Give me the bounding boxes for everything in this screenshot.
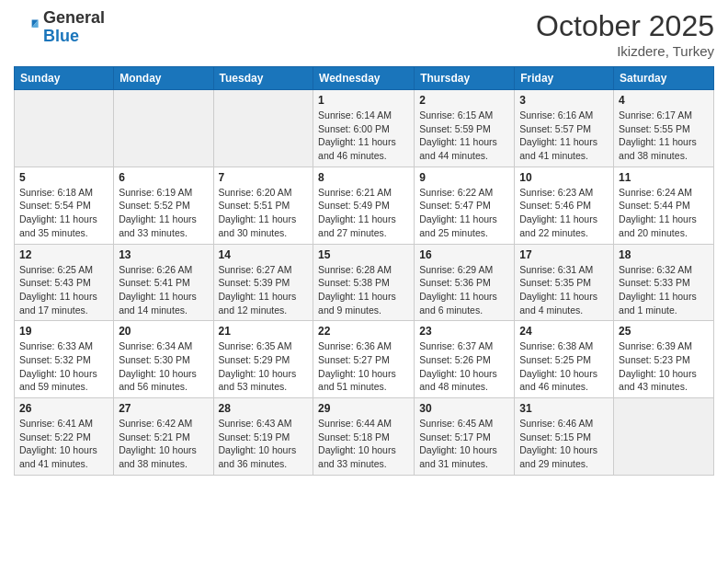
day-info: Sunrise: 6:32 AMSunset: 5:33 PMDaylight:… bbox=[619, 263, 709, 317]
day-info: Sunrise: 6:45 AMSunset: 5:17 PMDaylight:… bbox=[419, 417, 509, 471]
calendar-week-row: 19Sunrise: 6:33 AMSunset: 5:32 PMDayligh… bbox=[15, 321, 714, 398]
day-number: 5 bbox=[19, 171, 108, 184]
table-row: 11Sunrise: 6:24 AMSunset: 5:44 PMDayligh… bbox=[614, 167, 714, 244]
logo-icon bbox=[14, 15, 40, 40]
day-number: 1 bbox=[318, 94, 409, 107]
header: General Blue October 2025 Ikizdere, Turk… bbox=[14, 9, 714, 59]
location-subtitle: Ikizdere, Turkey bbox=[536, 43, 714, 59]
table-row: 12Sunrise: 6:25 AMSunset: 5:43 PMDayligh… bbox=[15, 244, 114, 321]
day-number: 23 bbox=[419, 325, 509, 338]
day-number: 17 bbox=[519, 248, 609, 261]
col-saturday: Saturday bbox=[614, 67, 714, 90]
day-info: Sunrise: 6:25 AMSunset: 5:43 PMDaylight:… bbox=[19, 263, 108, 317]
table-row: 28Sunrise: 6:43 AMSunset: 5:19 PMDayligh… bbox=[213, 398, 313, 476]
day-info: Sunrise: 6:16 AMSunset: 5:57 PMDaylight:… bbox=[519, 109, 609, 163]
day-number: 30 bbox=[419, 402, 509, 415]
day-info: Sunrise: 6:37 AMSunset: 5:26 PMDaylight:… bbox=[419, 339, 509, 394]
table-row: 16Sunrise: 6:29 AMSunset: 5:36 PMDayligh… bbox=[415, 244, 515, 321]
day-info: Sunrise: 6:38 AMSunset: 5:25 PMDaylight:… bbox=[519, 339, 609, 394]
day-info: Sunrise: 6:24 AMSunset: 5:44 PMDaylight:… bbox=[619, 186, 709, 240]
table-row: 10Sunrise: 6:23 AMSunset: 5:46 PMDayligh… bbox=[515, 167, 614, 244]
day-number: 19 bbox=[19, 325, 108, 338]
day-number: 9 bbox=[419, 171, 509, 184]
day-number: 22 bbox=[318, 325, 409, 338]
day-info: Sunrise: 6:34 AMSunset: 5:30 PMDaylight:… bbox=[119, 339, 208, 394]
table-row: 24Sunrise: 6:38 AMSunset: 5:25 PMDayligh… bbox=[515, 321, 614, 398]
col-friday: Friday bbox=[515, 67, 614, 90]
table-row: 4Sunrise: 6:17 AMSunset: 5:55 PMDaylight… bbox=[614, 90, 714, 167]
day-info: Sunrise: 6:19 AMSunset: 5:52 PMDaylight:… bbox=[119, 186, 208, 240]
day-number: 7 bbox=[219, 171, 309, 184]
table-row bbox=[15, 90, 114, 167]
table-row: 20Sunrise: 6:34 AMSunset: 5:30 PMDayligh… bbox=[114, 321, 213, 398]
day-info: Sunrise: 6:27 AMSunset: 5:39 PMDaylight:… bbox=[219, 263, 309, 317]
title-block: October 2025 Ikizdere, Turkey bbox=[536, 9, 714, 59]
table-row: 23Sunrise: 6:37 AMSunset: 5:26 PMDayligh… bbox=[415, 321, 515, 398]
day-info: Sunrise: 6:39 AMSunset: 5:23 PMDaylight:… bbox=[619, 339, 709, 394]
day-info: Sunrise: 6:29 AMSunset: 5:36 PMDaylight:… bbox=[419, 263, 509, 317]
day-info: Sunrise: 6:28 AMSunset: 5:38 PMDaylight:… bbox=[318, 263, 409, 317]
day-info: Sunrise: 6:43 AMSunset: 5:19 PMDaylight:… bbox=[219, 417, 309, 471]
table-row: 9Sunrise: 6:22 AMSunset: 5:47 PMDaylight… bbox=[415, 167, 515, 244]
day-number: 8 bbox=[318, 171, 409, 184]
table-row: 3Sunrise: 6:16 AMSunset: 5:57 PMDaylight… bbox=[515, 90, 614, 167]
day-number: 11 bbox=[619, 171, 709, 184]
day-number: 24 bbox=[519, 325, 609, 338]
day-info: Sunrise: 6:18 AMSunset: 5:54 PMDaylight:… bbox=[19, 186, 108, 240]
day-number: 28 bbox=[219, 402, 309, 415]
day-number: 26 bbox=[19, 402, 108, 415]
col-monday: Monday bbox=[114, 67, 213, 90]
day-number: 16 bbox=[419, 248, 509, 261]
table-row: 22Sunrise: 6:36 AMSunset: 5:27 PMDayligh… bbox=[313, 321, 415, 398]
day-number: 31 bbox=[519, 402, 609, 415]
logo-blue: Blue bbox=[43, 27, 79, 45]
table-row: 13Sunrise: 6:26 AMSunset: 5:41 PMDayligh… bbox=[114, 244, 213, 321]
day-info: Sunrise: 6:21 AMSunset: 5:49 PMDaylight:… bbox=[318, 186, 409, 240]
table-row: 14Sunrise: 6:27 AMSunset: 5:39 PMDayligh… bbox=[213, 244, 313, 321]
day-info: Sunrise: 6:23 AMSunset: 5:46 PMDaylight:… bbox=[519, 186, 609, 240]
day-number: 14 bbox=[219, 248, 309, 261]
day-info: Sunrise: 6:14 AMSunset: 6:00 PMDaylight:… bbox=[318, 109, 409, 163]
day-number: 15 bbox=[318, 248, 409, 261]
table-row: 25Sunrise: 6:39 AMSunset: 5:23 PMDayligh… bbox=[614, 321, 714, 398]
day-info: Sunrise: 6:17 AMSunset: 5:55 PMDaylight:… bbox=[619, 109, 709, 163]
day-info: Sunrise: 6:44 AMSunset: 5:18 PMDaylight:… bbox=[318, 417, 409, 471]
day-info: Sunrise: 6:36 AMSunset: 5:27 PMDaylight:… bbox=[318, 339, 409, 394]
table-row: 1Sunrise: 6:14 AMSunset: 6:00 PMDaylight… bbox=[313, 90, 415, 167]
month-title: October 2025 bbox=[536, 9, 714, 43]
calendar-week-row: 5Sunrise: 6:18 AMSunset: 5:54 PMDaylight… bbox=[15, 167, 714, 244]
table-row: 27Sunrise: 6:42 AMSunset: 5:21 PMDayligh… bbox=[114, 398, 213, 476]
col-wednesday: Wednesday bbox=[313, 67, 415, 90]
day-info: Sunrise: 6:26 AMSunset: 5:41 PMDaylight:… bbox=[119, 263, 208, 317]
table-row: 8Sunrise: 6:21 AMSunset: 5:49 PMDaylight… bbox=[313, 167, 415, 244]
day-info: Sunrise: 6:42 AMSunset: 5:21 PMDaylight:… bbox=[119, 417, 208, 471]
day-number: 10 bbox=[519, 171, 609, 184]
day-number: 3 bbox=[519, 94, 609, 107]
day-number: 29 bbox=[318, 402, 409, 415]
table-row: 6Sunrise: 6:19 AMSunset: 5:52 PMDaylight… bbox=[114, 167, 213, 244]
day-number: 4 bbox=[619, 94, 709, 107]
logo-text: General Blue bbox=[43, 9, 105, 46]
day-number: 20 bbox=[119, 325, 208, 338]
table-row: 21Sunrise: 6:35 AMSunset: 5:29 PMDayligh… bbox=[213, 321, 313, 398]
table-row: 29Sunrise: 6:44 AMSunset: 5:18 PMDayligh… bbox=[313, 398, 415, 476]
calendar-table: Sunday Monday Tuesday Wednesday Thursday… bbox=[14, 66, 714, 476]
day-number: 13 bbox=[119, 248, 208, 261]
day-number: 2 bbox=[419, 94, 509, 107]
day-info: Sunrise: 6:46 AMSunset: 5:15 PMDaylight:… bbox=[519, 417, 609, 471]
calendar-week-row: 1Sunrise: 6:14 AMSunset: 6:00 PMDaylight… bbox=[15, 90, 714, 167]
logo-general: General bbox=[43, 8, 105, 27]
table-row bbox=[614, 398, 714, 476]
day-number: 6 bbox=[119, 171, 208, 184]
table-row: 26Sunrise: 6:41 AMSunset: 5:22 PMDayligh… bbox=[15, 398, 114, 476]
calendar-header-row: Sunday Monday Tuesday Wednesday Thursday… bbox=[15, 67, 714, 90]
logo: General Blue bbox=[14, 9, 105, 46]
day-number: 12 bbox=[19, 248, 108, 261]
day-info: Sunrise: 6:33 AMSunset: 5:32 PMDaylight:… bbox=[19, 339, 108, 394]
day-info: Sunrise: 6:15 AMSunset: 5:59 PMDaylight:… bbox=[419, 109, 509, 163]
col-sunday: Sunday bbox=[15, 67, 114, 90]
day-info: Sunrise: 6:22 AMSunset: 5:47 PMDaylight:… bbox=[419, 186, 509, 240]
day-number: 27 bbox=[119, 402, 208, 415]
col-tuesday: Tuesday bbox=[213, 67, 313, 90]
calendar-week-row: 26Sunrise: 6:41 AMSunset: 5:22 PMDayligh… bbox=[15, 398, 714, 476]
